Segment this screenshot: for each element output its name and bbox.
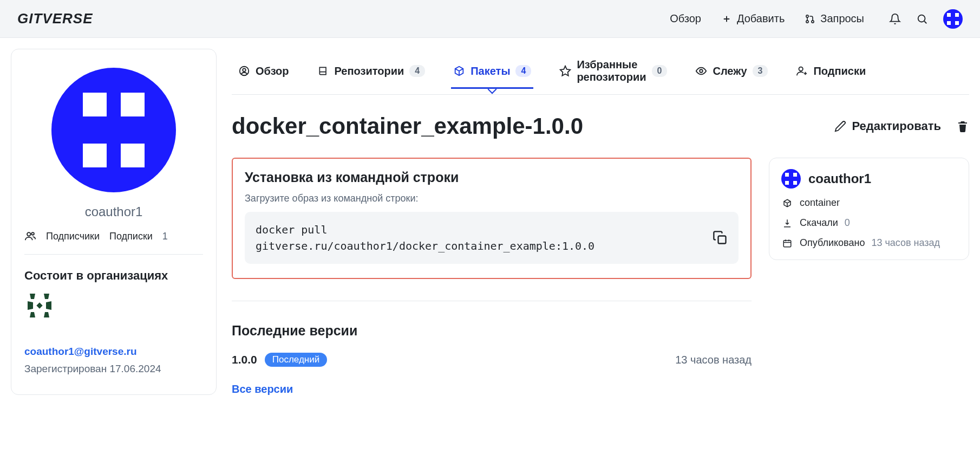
- cube-icon: [781, 198, 793, 208]
- profile-avatar-wrap: coauthor1: [24, 62, 203, 219]
- versions-heading: Последние версии: [232, 323, 752, 339]
- svg-marker-11: [30, 312, 35, 317]
- topbar-nav: Обзор Добавить Запросы: [670, 9, 963, 29]
- svg-rect-18: [783, 240, 791, 247]
- meta-downloads: Скачали 0: [781, 217, 957, 229]
- pull-request-icon: [804, 14, 816, 24]
- tab-packages-label: Пакеты: [471, 65, 510, 77]
- svg-rect-6: [36, 302, 42, 308]
- svg-point-5: [31, 232, 34, 235]
- delete-button[interactable]: [956, 120, 969, 133]
- all-versions-link[interactable]: Все версии: [232, 383, 293, 395]
- package-header: docker_container_example-1.0.0 Редактиро…: [232, 113, 969, 139]
- profile-tabs: Обзор Репозитории 4 Пакеты 4 Избранные р…: [232, 49, 969, 95]
- pencil-icon: [834, 120, 846, 132]
- svg-marker-10: [46, 301, 51, 310]
- profile-sub-row: Подписчики Подписки 1: [24, 230, 203, 255]
- user-avatar[interactable]: [943, 9, 963, 29]
- svg-point-3: [918, 15, 925, 22]
- profile-avatar: [51, 68, 176, 192]
- meta-published: Опубликовано 13 часов назад: [781, 237, 957, 249]
- bell-icon[interactable]: [889, 13, 901, 25]
- svg-point-15: [700, 69, 703, 73]
- profile-username: coauthor1: [85, 204, 143, 219]
- nav-overview-label: Обзор: [670, 12, 701, 25]
- latest-pill: Последний: [265, 353, 327, 367]
- divider: [232, 301, 752, 301]
- tab-starred[interactable]: Избранные репозитории 0: [557, 49, 669, 94]
- tab-subscriptions[interactable]: Подписки: [794, 55, 868, 88]
- svg-rect-17: [718, 236, 726, 244]
- svg-marker-8: [44, 294, 49, 299]
- nav-overview[interactable]: Обзор: [670, 12, 701, 25]
- content-cols: Установка из командной строки Загрузите …: [232, 158, 969, 395]
- brand-logo[interactable]: GITVERSE: [17, 10, 93, 27]
- package-actions: Редактировать: [834, 119, 969, 133]
- version-left: 1.0.0 Последний: [232, 353, 327, 367]
- tab-overview-label: Обзор: [256, 65, 289, 77]
- version-time: 13 часов назад: [675, 354, 752, 366]
- svg-point-2: [812, 20, 814, 22]
- package-icon: [453, 65, 465, 77]
- install-command: docker pull gitverse.ru/coauthor1/docker…: [256, 222, 594, 254]
- meta-type: container: [781, 197, 957, 209]
- layout: coauthor1 Подписчики Подписки 1 Состоит …: [0, 38, 980, 406]
- tab-subscriptions-label: Подписки: [813, 65, 866, 77]
- tab-watching[interactable]: Слежу 3: [693, 55, 770, 88]
- tab-repos-count: 4: [409, 65, 425, 77]
- copy-button[interactable]: [713, 230, 728, 245]
- subscriptions-count: 1: [162, 231, 168, 242]
- profile-registered: Зарегистрирован 17.06.2024: [24, 363, 203, 375]
- svg-point-0: [806, 15, 808, 17]
- user-circle-icon: [238, 65, 250, 77]
- owner-name: coauthor1: [808, 171, 871, 186]
- eye-icon: [695, 65, 707, 77]
- tab-starred-count: 0: [652, 65, 668, 77]
- nav-add[interactable]: Добавить: [721, 12, 785, 25]
- owner-avatar: [781, 169, 801, 189]
- edit-label: Редактировать: [852, 119, 941, 133]
- meta-downloads-count: 0: [845, 217, 850, 229]
- main: Обзор Репозитории 4 Пакеты 4 Избранные р…: [232, 49, 969, 395]
- code-block: docker pull gitverse.ru/coauthor1/docker…: [245, 212, 739, 264]
- svg-marker-7: [30, 294, 35, 299]
- meta-type-value: container: [800, 197, 840, 209]
- meta-published-time: 13 часов назад: [871, 237, 940, 249]
- edit-button[interactable]: Редактировать: [834, 119, 941, 133]
- version-number[interactable]: 1.0.0: [232, 353, 257, 366]
- tab-overview[interactable]: Обзор: [236, 55, 291, 88]
- tab-repos[interactable]: Репозитории 4: [315, 55, 428, 88]
- svg-point-16: [799, 67, 803, 71]
- tab-packages[interactable]: Пакеты 4: [451, 55, 533, 88]
- meta-downloads-label: Скачали: [800, 217, 838, 229]
- tab-starred-label: Избранные репозитории: [577, 59, 646, 83]
- owner-row[interactable]: coauthor1: [781, 169, 957, 189]
- svg-point-4: [27, 232, 30, 236]
- meta-published-label: Опубликовано: [800, 237, 865, 249]
- org-icon[interactable]: [24, 290, 55, 321]
- tab-packages-count: 4: [515, 65, 531, 77]
- subscribers-link[interactable]: Подписчики: [46, 231, 100, 242]
- download-icon: [781, 218, 793, 228]
- svg-point-14: [243, 68, 246, 72]
- package-title: docker_container_example-1.0.0: [232, 113, 583, 139]
- profile-email[interactable]: coauthor1@gitverse.ru: [24, 346, 203, 358]
- svg-marker-12: [44, 312, 49, 317]
- svg-point-1: [806, 20, 808, 22]
- nav-requests[interactable]: Запросы: [804, 12, 864, 25]
- topbar: GITVERSE Обзор Добавить Запросы: [0, 0, 980, 38]
- nav-add-label: Добавить: [737, 12, 785, 25]
- repo-icon: [317, 66, 329, 76]
- tab-watching-label: Слежу: [713, 65, 747, 77]
- search-icon[interactable]: [916, 13, 928, 25]
- install-box: Установка из командной строки Загрузите …: [232, 158, 752, 279]
- svg-marker-9: [28, 301, 33, 310]
- package-meta: coauthor1 container Скачали 0 Опубликова…: [769, 158, 969, 260]
- install-subtitle: Загрузите образ из командной строки:: [245, 193, 739, 204]
- tab-repos-label: Репозитории: [335, 65, 404, 77]
- plus-icon: [721, 14, 733, 24]
- topbar-icons: [889, 9, 963, 29]
- orgs-heading: Состоит в организациях: [24, 269, 203, 283]
- star-icon: [559, 65, 571, 77]
- subscriptions-link[interactable]: Подписки: [109, 231, 153, 242]
